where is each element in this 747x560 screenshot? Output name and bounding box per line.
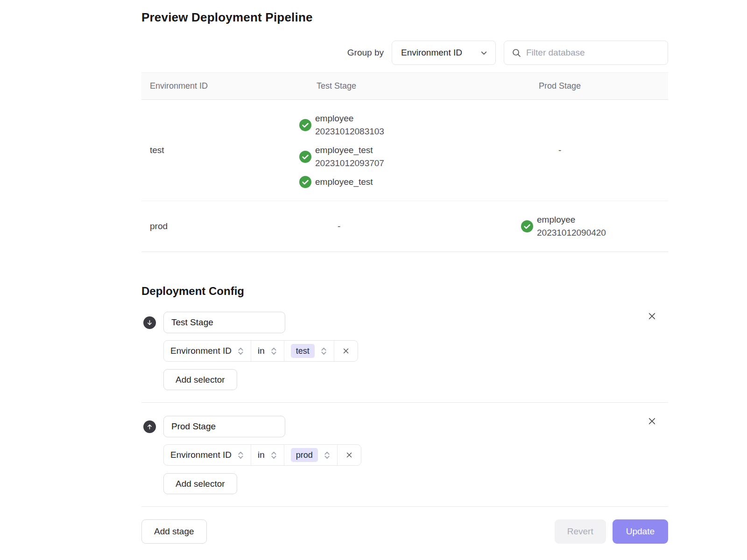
deployment-config-title: Deployment Config [141, 285, 668, 298]
database-name: employee_test [315, 144, 384, 157]
database-name: employee_test [315, 175, 373, 189]
revert-button[interactable]: Revert [555, 519, 606, 544]
check-circle-icon [299, 176, 311, 188]
selector-value-select[interactable]: test [284, 341, 334, 361]
environment-id-cell: test [141, 100, 296, 201]
prod-stage-cell: employee 20231012090420 [509, 201, 668, 252]
close-icon [342, 347, 350, 355]
column-header-prod-stage: Prod Stage [509, 73, 668, 99]
stage-header [141, 416, 668, 437]
database-name: employee [537, 213, 606, 226]
check-circle-icon [299, 119, 311, 131]
remove-stage-button[interactable] [646, 415, 658, 427]
stage-name-input[interactable] [163, 312, 285, 333]
arrow-down-circle-icon [143, 316, 156, 329]
update-button[interactable]: Update [613, 519, 668, 544]
selector-value-badge: test [291, 344, 315, 358]
stage-header [141, 312, 668, 333]
add-selector-button[interactable]: Add selector [163, 473, 237, 494]
search-icon [512, 48, 521, 57]
close-icon [647, 311, 657, 321]
config-footer: Add stage Revert Update [141, 506, 668, 544]
filter-database-search[interactable] [504, 41, 668, 65]
toolbar: Group by Environment ID [141, 41, 668, 65]
updown-chevron-icon [324, 450, 331, 460]
filter-database-input[interactable] [526, 48, 660, 58]
prod-stage-empty-cell: - [509, 100, 668, 201]
chevron-down-icon [480, 49, 488, 57]
check-circle-icon [299, 151, 311, 163]
selector-field-value: Environment ID [170, 346, 232, 356]
selector-operator-select[interactable]: in [251, 445, 284, 465]
arrow-up-circle-icon [143, 420, 156, 433]
updown-chevron-icon [237, 346, 244, 356]
selector-operator-value: in [258, 346, 265, 356]
database-item: employee 20231012083103 [299, 112, 509, 138]
stage-config-test: Environment ID in test [141, 298, 668, 402]
database-item: employee_test 20231012093707 [299, 144, 509, 170]
check-circle-icon [521, 220, 533, 232]
group-by-select[interactable]: Environment ID [392, 41, 496, 65]
stage-config-prod: Environment ID in prod [141, 402, 668, 506]
deployment-pipeline-panel: Preview Deployment Pipeline Group by Env… [141, 0, 668, 560]
table-header-row: Environment ID Test Stage Prod Stage [141, 72, 668, 100]
selector-operator-value: in [258, 450, 265, 460]
selector-group: Environment ID in test [163, 340, 358, 362]
column-header-test-stage: Test Stage [296, 73, 509, 99]
footer-actions: Revert Update [555, 519, 668, 544]
column-header-environment-id: Environment ID [141, 73, 296, 99]
updown-chevron-icon [320, 346, 327, 356]
database-version: 20231012093707 [315, 157, 384, 170]
table-row-test: test employee 20231012083103 [141, 100, 668, 201]
database-item: employee 20231012090420 [521, 213, 668, 239]
selector-value-select[interactable]: prod [284, 445, 337, 465]
selector-field-select[interactable]: Environment ID [164, 445, 251, 465]
database-version: 20231012090420 [537, 226, 606, 239]
selector-group: Environment ID in prod [163, 444, 361, 466]
updown-chevron-icon [270, 450, 277, 460]
selector-field-value: Environment ID [170, 450, 232, 460]
remove-selector-button[interactable] [337, 445, 361, 465]
database-item: employee_test [299, 175, 509, 189]
group-by-selected-value: Environment ID [401, 48, 462, 58]
selector-value-badge: prod [291, 448, 318, 462]
pipeline-table: Environment ID Test Stage Prod Stage tes… [141, 72, 668, 252]
updown-chevron-icon [237, 450, 244, 460]
test-stage-cell: employee 20231012083103 employee_test 20… [296, 100, 509, 201]
remove-selector-button[interactable] [334, 341, 358, 361]
remove-stage-button[interactable] [646, 310, 658, 322]
add-selector-button[interactable]: Add selector [163, 369, 237, 390]
stage-name-input[interactable] [163, 416, 285, 437]
add-stage-button[interactable]: Add stage [141, 519, 207, 544]
selector-operator-select[interactable]: in [251, 341, 284, 361]
close-icon [345, 451, 353, 459]
page-title: Preview Deployment Pipeline [141, 10, 668, 25]
database-name: employee [315, 112, 384, 125]
database-version: 20231012083103 [315, 125, 384, 138]
selector-field-select[interactable]: Environment ID [164, 341, 251, 361]
table-row-prod: prod - employee 20231012090420 [141, 201, 668, 252]
test-stage-empty-cell: - [296, 201, 509, 252]
updown-chevron-icon [270, 346, 277, 356]
close-icon [647, 416, 657, 426]
group-by-label: Group by [347, 48, 384, 58]
environment-id-cell: prod [141, 201, 296, 252]
